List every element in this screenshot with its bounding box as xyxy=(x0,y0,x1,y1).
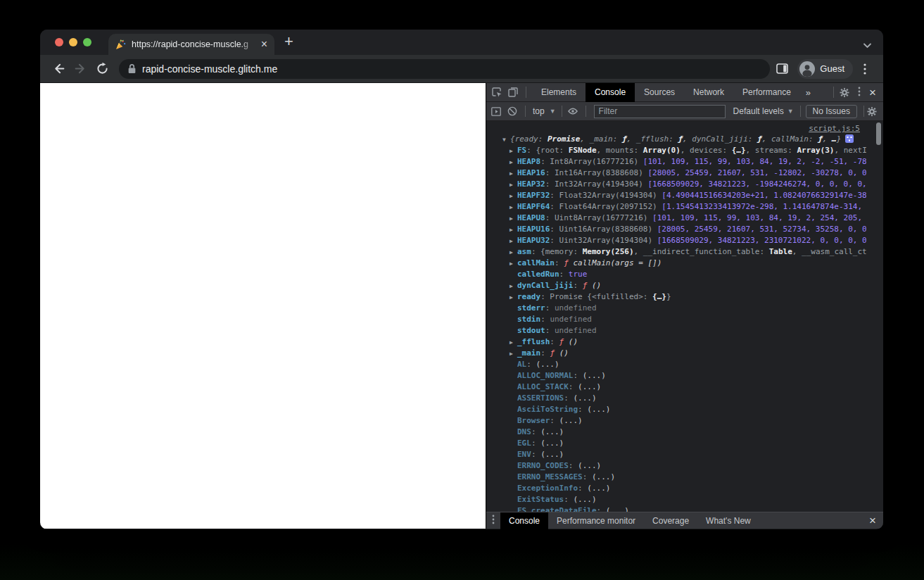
window-controls xyxy=(55,38,91,46)
console-row: ASSERTIONS: (...) xyxy=(486,393,866,404)
lock-icon xyxy=(127,63,137,74)
fullscreen-window-button[interactable] xyxy=(83,38,91,46)
console-token: HEAPU32 xyxy=(517,236,550,245)
drawer-close-icon[interactable]: × xyxy=(869,515,876,527)
console-token: : xyxy=(531,439,540,448)
tab-title: https://rapid-concise-muscle.g xyxy=(132,39,258,49)
console-token: HEAP16 xyxy=(517,168,545,177)
devtools-tab-sources[interactable]: Sources xyxy=(635,83,684,102)
console-token: FSNode xyxy=(569,146,597,155)
profile-button[interactable]: Guest xyxy=(797,59,853,79)
console-token: : Uint16Array(8388608) xyxy=(550,225,657,234)
devtools-tab-elements[interactable]: Elements xyxy=(532,83,586,102)
avatar-icon xyxy=(799,61,815,77)
console-token: HEAPU8 xyxy=(517,213,545,222)
expand-arrow-icon[interactable]: ▶ xyxy=(510,337,517,348)
browser-toolbar: rapid-concise-muscle.glitch.me Guest xyxy=(40,55,883,83)
party-popper-favicon-icon xyxy=(115,39,126,50)
devtools-tab-network[interactable]: Network xyxy=(684,83,733,102)
inspect-element-icon[interactable] xyxy=(492,87,502,97)
console-row: ▶FS: {root: FSNode, mounts: Array(0), de… xyxy=(486,145,866,156)
console-token: , streams: xyxy=(746,146,797,155)
reload-button[interactable] xyxy=(93,60,111,78)
console-token: : xyxy=(545,326,555,335)
forward-button[interactable] xyxy=(71,60,89,78)
console-row: ▶HEAPU32: Uint32Array(4194304) [16685090… xyxy=(486,235,866,246)
live-expression-eye-icon[interactable] xyxy=(568,106,578,116)
console-row: ERRNO_MESSAGES: (...) xyxy=(486,472,866,483)
address-bar[interactable]: rapid-concise-muscle.glitch.me xyxy=(119,59,770,79)
console-row: calledRun: true xyxy=(486,269,866,280)
expand-arrow-icon[interactable]: ▶ xyxy=(510,348,517,360)
clear-console-icon[interactable] xyxy=(507,106,517,116)
console-sidebar-icon[interactable] xyxy=(491,106,501,116)
devtools-tab-performance[interactable]: Performance xyxy=(733,83,800,102)
console-token: ExceptionInfo xyxy=(517,484,578,493)
console-scrollbar-thumb[interactable] xyxy=(876,122,881,145)
console-token: (...) xyxy=(578,382,601,391)
console-token: : Uint32Array(4194304) xyxy=(550,236,657,245)
new-tab-button[interactable]: + xyxy=(284,33,293,50)
browser-tab[interactable]: https://rapid-concise-muscle.g × xyxy=(108,34,274,55)
context-selector[interactable]: top xyxy=(533,106,545,116)
console-token: ƒ xyxy=(550,348,559,358)
console-token: asm xyxy=(517,247,531,256)
console-token: [28005, 25459, 21607, 531, -12802, -3027… xyxy=(647,168,866,177)
expand-arrow-icon[interactable]: ▶ xyxy=(510,168,517,179)
issues-counter[interactable]: No Issues xyxy=(806,105,857,118)
devtools-menu-icon[interactable] xyxy=(858,87,861,99)
console-row: Browser: (...) xyxy=(486,415,866,427)
drawer-tab-coverage[interactable]: Coverage xyxy=(644,512,697,529)
expand-arrow-icon[interactable]: ▶ xyxy=(510,292,517,303)
collapse-arrow-icon[interactable]: ▼ xyxy=(502,134,510,146)
console-token: ALLOC_STACK xyxy=(517,382,569,391)
console-token: : xyxy=(597,506,606,512)
log-levels-dropdown[interactable]: Default levels ▼ xyxy=(733,106,794,116)
tab-close-icon[interactable]: × xyxy=(261,39,267,50)
expand-arrow-icon[interactable]: ▶ xyxy=(510,202,517,213)
expand-arrow-icon[interactable]: ▶ xyxy=(510,281,517,292)
console-row: ▶HEAP32: Int32Array(4194304) [1668509029… xyxy=(486,179,866,190)
more-tabs-button[interactable]: » xyxy=(800,87,816,98)
drawer-tab-console[interactable]: Console xyxy=(500,512,548,529)
drawer-menu-icon[interactable] xyxy=(486,515,500,527)
side-panel-button[interactable] xyxy=(773,60,791,78)
console-token: : Int8Array(16777216) xyxy=(540,157,643,166)
close-window-button[interactable] xyxy=(55,38,63,46)
expand-arrow-icon[interactable]: ▶ xyxy=(510,247,517,258)
devtools-settings-gear-icon[interactable] xyxy=(840,87,849,97)
expand-arrow-icon[interactable]: ▶ xyxy=(510,191,517,202)
desktop-background: https://rapid-concise-muscle.g × + rapid… xyxy=(0,0,924,580)
expand-arrow-icon[interactable]: ▶ xyxy=(510,258,517,270)
console-row: ▶dynCall_jiji: ƒ () xyxy=(486,280,866,291)
filter-input[interactable] xyxy=(594,105,726,118)
expand-arrow-icon[interactable]: ▶ xyxy=(510,225,517,236)
source-link[interactable]: script.js:5 xyxy=(809,124,860,133)
devtools-tab-console[interactable]: Console xyxy=(586,83,635,102)
drawer-tab-performance-monitor[interactable]: Performance monitor xyxy=(548,512,644,529)
devtools-close-icon[interactable]: × xyxy=(869,87,876,99)
drawer-tab-what-s-new[interactable]: What's New xyxy=(697,512,759,529)
device-toolbar-icon[interactable] xyxy=(508,87,518,97)
expand-arrow-icon[interactable]: ▶ xyxy=(510,179,517,191)
console-token: (...) xyxy=(578,461,601,470)
console-token: [101, 109, 115, 99, 103, 84, 19, 2, 254,… xyxy=(652,213,866,222)
console-token: (...) xyxy=(540,450,564,459)
expand-arrow-icon[interactable]: ▶ xyxy=(510,157,517,168)
console-token: : xyxy=(540,315,550,324)
expand-arrow-icon[interactable]: ▶ xyxy=(510,236,517,247)
tab-search-chevron-icon[interactable] xyxy=(863,39,872,51)
minimize-window-button[interactable] xyxy=(69,38,77,46)
console-token: DNS xyxy=(517,427,531,436)
console-row: stderr: undefined xyxy=(486,303,866,314)
console-row: stdin: undefined xyxy=(486,314,866,325)
console-settings-gear-icon[interactable] xyxy=(867,106,877,116)
console-token: ƒ xyxy=(564,258,573,267)
browser-menu-button[interactable] xyxy=(856,60,874,78)
expand-arrow-icon[interactable]: ▶ xyxy=(510,213,517,225)
expand-arrow-icon[interactable]: ▶ xyxy=(510,146,517,157)
back-button[interactable] xyxy=(49,60,68,78)
object-state-badge-icon[interactable] xyxy=(845,134,854,143)
console-token: ExitStatus xyxy=(517,495,564,504)
console-token: ALLOC_NORMAL xyxy=(517,371,573,380)
